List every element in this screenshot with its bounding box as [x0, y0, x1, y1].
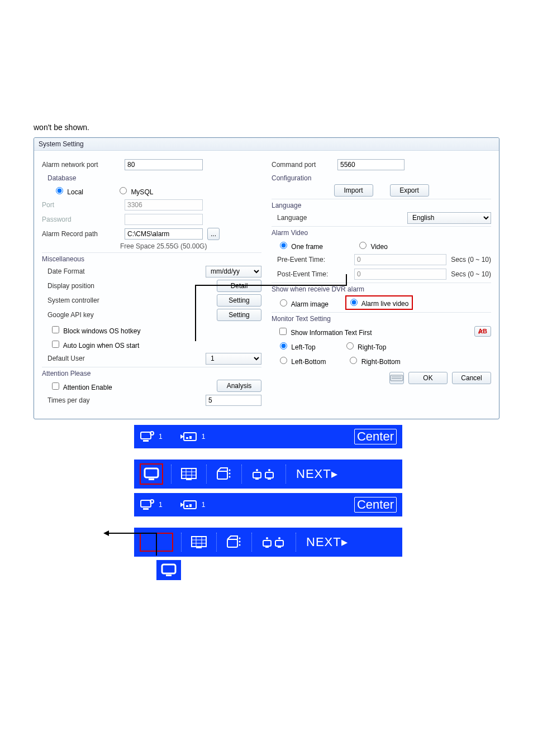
svg-point-43: [239, 541, 241, 543]
svg-point-5: [150, 432, 154, 435]
svg-rect-25: [265, 472, 273, 478]
left-bottom-label: Left-Bottom: [291, 358, 326, 366]
attention-enable-label: Attention Enable: [63, 384, 112, 391]
language-select[interactable]: English: [407, 212, 491, 224]
syscontroller-setting-button[interactable]: Setting: [217, 294, 261, 307]
analysis-button[interactable]: Analysis: [217, 380, 261, 392]
block-hotkey-checkbox[interactable]: Block windows OS hotkey: [50, 324, 140, 335]
pre-event-input: [354, 254, 446, 265]
preset-icon: [215, 467, 233, 481]
one-frame-radio[interactable]: One frame: [277, 240, 323, 251]
right-column: Command port Configuration Import Export…: [272, 156, 491, 409]
alarm-image-label: Alarm image: [291, 300, 329, 308]
grid-button-2[interactable]: [189, 534, 208, 551]
pre-event-hint: Secs (0 ~ 10): [451, 256, 491, 264]
video-label: Video: [370, 243, 387, 251]
record-badge-2: 1: [179, 499, 206, 511]
times-per-day-label: Times per day: [47, 396, 126, 404]
default-user-label: Default User: [47, 355, 126, 362]
svg-rect-11: [149, 479, 154, 480]
device-icon: [140, 430, 155, 443]
svg-rect-23: [255, 478, 259, 480]
browse-button[interactable]: ...: [207, 228, 220, 240]
left-bottom-radio[interactable]: Left-Bottom: [277, 355, 326, 366]
right-top-label: Right-Top: [358, 343, 386, 351]
language-label: Language: [277, 214, 344, 222]
next-button-2[interactable]: NEXT▸: [304, 535, 350, 549]
default-user-select[interactable]: 1: [206, 353, 261, 365]
system-setting-dialog: System Setting Alarm network port Databa…: [34, 137, 499, 419]
grid-icon: [180, 467, 197, 481]
grid-button-1[interactable]: [179, 466, 198, 482]
preset-button-1[interactable]: [215, 466, 234, 482]
alarm-live-video-radio[interactable]: Alarm live video: [348, 297, 408, 308]
right-bottom-radio[interactable]: Right-Bottom: [347, 355, 400, 366]
alarm-network-port-input[interactable]: [125, 159, 203, 170]
svg-point-19: [229, 470, 231, 471]
database-title: Database: [47, 174, 261, 182]
svg-rect-40: [196, 547, 202, 548]
free-space-label: Free Space 25.55G (50.00G): [120, 242, 261, 250]
alarm-record-path-input[interactable]: [125, 228, 203, 240]
db-local-radio[interactable]: Local: [53, 185, 83, 196]
svg-point-50: [278, 537, 280, 539]
grid-icon: [191, 535, 207, 549]
ptz-icon: [251, 467, 277, 481]
ptz-button-2[interactable]: [260, 534, 288, 551]
show-info-first-checkbox[interactable]: Show Information Text First: [277, 326, 372, 337]
device-icon: [140, 498, 155, 511]
password-label: Password: [42, 216, 120, 223]
cancel-button[interactable]: Cancel: [452, 372, 491, 384]
svg-point-30: [150, 500, 154, 503]
svg-rect-26: [268, 478, 271, 480]
show-info-first-label: Show Information Text First: [291, 329, 372, 337]
record-icon: [179, 499, 198, 511]
post-event-hint: Secs (0 ~ 10): [451, 270, 491, 278]
detail-button[interactable]: Detail: [217, 280, 261, 292]
monitor-button-1[interactable]: [142, 466, 161, 482]
ok-button[interactable]: OK: [408, 372, 448, 384]
svg-point-47: [266, 537, 268, 539]
google-api-label: Google API key: [47, 311, 126, 319]
right-top-radio[interactable]: Right-Top: [344, 341, 387, 351]
db-local-label: Local: [67, 188, 83, 196]
svg-point-44: [239, 544, 241, 546]
block-hotkey-label: Block windows OS hotkey: [63, 327, 140, 335]
font-button[interactable]: A̷B: [474, 326, 491, 337]
keyboard-icon-button[interactable]: [389, 372, 404, 384]
keyboard-icon: [390, 371, 403, 385]
export-button[interactable]: Export: [390, 184, 429, 197]
next-button-1[interactable]: NEXT▸: [294, 467, 340, 481]
svg-point-24: [256, 469, 258, 471]
svg-rect-35: [192, 537, 206, 547]
svg-rect-34: [189, 504, 192, 507]
alarm-network-port-label: Alarm network port: [42, 161, 120, 169]
alarm-image-radio[interactable]: Alarm image: [277, 298, 329, 308]
import-button[interactable]: Import: [334, 184, 373, 197]
date-format-select[interactable]: mm/dd/yy: [206, 266, 261, 277]
db-mysql-radio[interactable]: MySQL: [117, 185, 153, 196]
svg-rect-33: [186, 505, 188, 507]
svg-point-42: [239, 538, 241, 539]
post-event-label: Post-Event Time:: [277, 270, 350, 278]
svg-point-21: [229, 476, 231, 478]
command-port-input[interactable]: [337, 159, 404, 170]
svg-rect-18: [217, 471, 227, 479]
preset-button-2[interactable]: [225, 534, 244, 551]
one-frame-label: One frame: [291, 243, 323, 251]
toolbar-preview-2: 1 1 Center: [134, 493, 499, 557]
googleapi-setting-button[interactable]: Setting: [217, 309, 261, 321]
left-top-radio[interactable]: Left-Top: [277, 341, 316, 351]
auto-login-checkbox[interactable]: Auto Login when OS start: [50, 339, 139, 350]
svg-rect-9: [189, 436, 192, 439]
auto-login-label: Auto Login when OS start: [63, 342, 140, 350]
attention-enable-checkbox[interactable]: Attention Enable: [50, 381, 112, 391]
svg-point-27: [268, 469, 270, 471]
system-controller-label: System controller: [47, 296, 126, 304]
video-radio[interactable]: Video: [356, 240, 388, 251]
ptz-button-1[interactable]: [250, 466, 278, 482]
alarm-video-title: Alarm Video: [272, 226, 491, 237]
times-per-day-input[interactable]: [206, 395, 261, 406]
dialog-title: System Setting: [34, 138, 499, 151]
alarm-live-video-highlight: Alarm live video: [345, 295, 413, 310]
